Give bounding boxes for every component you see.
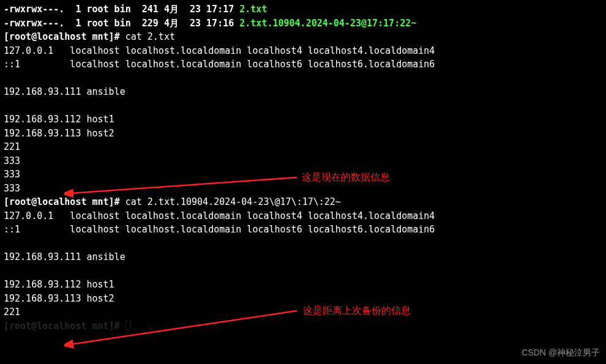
command-line-3[interactable]: [root@localhost mnt]#: [4, 319, 602, 333]
output2-line: 221: [4, 305, 602, 319]
output1-line: 127.0.0.1 localhost localhost.localdomai…: [4, 44, 602, 58]
command-line-1[interactable]: [root@localhost mnt]# cat 2.txt: [4, 30, 602, 44]
output1-line: ::1 localhost localhost.localdomain loca…: [4, 58, 602, 72]
ls-entry-2: -rwxrwx---. 1 root bin 229 4月 23 17:16 2…: [4, 17, 602, 31]
output2-line: [4, 264, 602, 278]
output2-line: 192.168.93.111 ansible: [4, 250, 602, 264]
ls-entry-1: -rwxrwx---. 1 root bin 241 4月 23 17:17 2…: [4, 2, 602, 17]
output2-line: [4, 237, 602, 251]
output1-line: 192.168.93.111 ansible: [4, 85, 602, 99]
output1-line: 192.168.93.113 host2: [4, 127, 602, 141]
output1-line: [4, 72, 602, 86]
output2-line: 127.0.0.1 localhost localhost.localdomai…: [4, 209, 602, 223]
command-line-2[interactable]: [root@localhost mnt]# cat 2.txt.10904.20…: [4, 195, 602, 209]
output2-line: 192.168.93.113 host2: [4, 292, 602, 306]
output1-line: 333: [4, 182, 602, 196]
output1-line: 333: [4, 168, 602, 182]
output1-line: 192.168.93.112 host1: [4, 113, 602, 127]
cursor-icon: [125, 321, 131, 330]
output1-line: 333: [4, 154, 602, 168]
output1-line: [4, 99, 602, 113]
output1-line: 221: [4, 140, 602, 154]
watermark: CSDN @神秘泣男子: [522, 346, 600, 359]
output2-line: 192.168.93.112 host1: [4, 278, 602, 292]
output2-line: ::1 localhost localhost.localdomain loca…: [4, 223, 602, 237]
